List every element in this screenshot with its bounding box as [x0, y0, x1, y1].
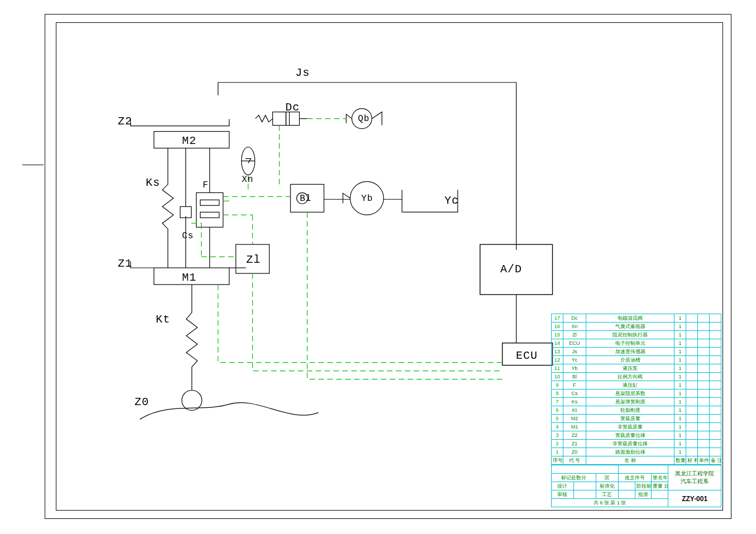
- label-qb: Qb: [358, 114, 370, 124]
- label-f: F: [203, 180, 209, 190]
- bom-row: 2Z1非簧载质量位移1: [552, 440, 721, 448]
- label-kt: Kt: [156, 313, 170, 326]
- bom-table: 17Dc电磁溢流阀116Xn气囊式蓄能器115Zl阻尼控制执行器114ECU电子…: [551, 314, 721, 465]
- label-cs: Cs: [182, 231, 194, 241]
- bom-row: 17Dc电磁溢流阀1: [552, 314, 721, 323]
- bom-row: 3Z2簧载质量位移1: [552, 431, 721, 440]
- label-yc: Yc: [444, 194, 459, 207]
- label-m1: M1: [182, 271, 197, 284]
- label-yb: Yb: [361, 194, 373, 204]
- bom-row: 15Zl阻尼控制执行器1: [552, 331, 721, 339]
- bom-row: 8Cs悬架阻尼系数1: [552, 389, 721, 398]
- label-xn: Xn: [242, 175, 253, 185]
- label-zl: Zl: [246, 253, 261, 266]
- org-line2: 汽车工程系: [681, 478, 709, 484]
- bom-row: 4M1非簧载质量1: [552, 423, 721, 431]
- svg-point-2: [182, 390, 202, 410]
- svg-rect-6: [200, 212, 219, 218]
- svg-rect-15: [286, 112, 299, 126]
- label-bl: Bl: [300, 194, 312, 204]
- bom-row: 7Ks悬架弹簧刚度1: [552, 398, 721, 406]
- bom-row: 6Kt轮胎刚度1: [552, 406, 721, 415]
- bom-row: 14ECU电子控制单元1: [552, 339, 721, 348]
- drawing-code: ZZY-001: [668, 490, 721, 507]
- label-js: Js: [295, 66, 310, 79]
- label-z0: Z0: [135, 396, 149, 408]
- bom-row: 12Yc介质油槽1: [552, 356, 721, 364]
- label-ks: Ks: [146, 176, 160, 189]
- label-m2: M2: [182, 134, 197, 147]
- label-z1: Z1: [118, 257, 132, 270]
- bom-header: 序号 代 号 名 称 数量 材 料 单件总计 重量 备 注: [552, 456, 721, 465]
- label-ad: A/D: [500, 263, 522, 276]
- label-dc: Dc: [285, 101, 300, 114]
- bom-row: 5M2簧载质量1: [552, 415, 721, 423]
- bom-row: 13Js加速度传感器1: [552, 348, 721, 356]
- bom-row: 11Yb液压泵1: [552, 364, 721, 373]
- label-z2: Z2: [118, 115, 132, 128]
- org-line1: 黑龙江工程学院: [675, 470, 714, 477]
- bom-row: 1Z0路面激励位移1: [552, 448, 721, 456]
- svg-rect-14: [272, 112, 286, 126]
- bom-row: 16Xn气囊式蓄能器1: [552, 323, 721, 331]
- title-block-lower: 黑龙江工程学院 汽车工程系 标记处数分 区 改文件号 签名年.月.日 设计 标准…: [551, 465, 721, 507]
- svg-rect-5: [200, 200, 219, 205]
- bom-row: 10Bl比例方向阀1: [552, 373, 721, 381]
- svg-rect-4: [197, 193, 223, 227]
- label-ecu: ECU: [516, 349, 538, 362]
- bom-row: 9F液压缸1: [552, 381, 721, 389]
- title-block: 17Dc电磁溢流阀116Xn气囊式蓄能器115Zl阻尼控制执行器114ECU电子…: [551, 314, 721, 509]
